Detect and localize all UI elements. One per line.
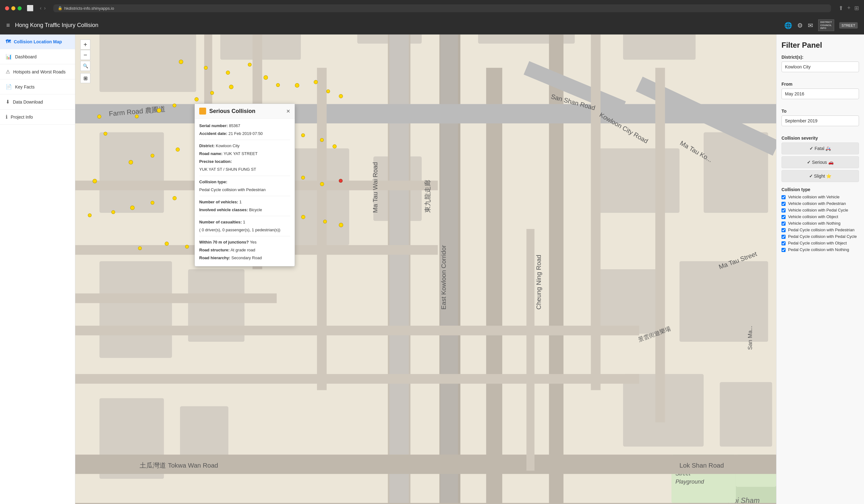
checkbox-vehicle-pedal-cycle[interactable]: [781, 208, 785, 213]
collision-dot[interactable]: [93, 179, 97, 183]
sidebar-item-project-info[interactable]: ℹ Project Info: [0, 109, 75, 124]
collision-dot[interactable]: [97, 115, 101, 119]
collision-dot[interactable]: [111, 210, 115, 214]
collision-dot[interactable]: [320, 138, 324, 142]
svg-rect-47: [656, 68, 665, 422]
from-select[interactable]: May 2016: [781, 88, 859, 99]
collision-dot[interactable]: [204, 66, 208, 70]
hamburger-icon[interactable]: ≡: [6, 22, 10, 29]
label-vehicle-vehicle: Vehicle collision with Vehicle: [788, 194, 840, 199]
collision-dot[interactable]: [301, 176, 305, 180]
sidebar-item-collision-map[interactable]: 🗺 Collision Location Map: [0, 35, 75, 49]
svg-text:東九龍走廊: 東九龍走廊: [424, 180, 431, 213]
back-icon[interactable]: ‹: [40, 5, 41, 11]
checkbox-vehicle-nothing[interactable]: [781, 221, 785, 226]
close-button[interactable]: [5, 6, 9, 10]
collision-dot[interactable]: [157, 108, 161, 113]
collision-dot[interactable]: [172, 104, 176, 107]
to-filter-section: To September 2019: [781, 109, 859, 131]
sidebar-label-dashboard: Dashboard: [15, 54, 37, 59]
search-map-button[interactable]: 🔍: [80, 61, 91, 71]
filter-panel-title: Filter Panel: [781, 41, 859, 50]
collision-dot[interactable]: [185, 245, 189, 249]
collision-dot[interactable]: [326, 89, 330, 93]
checkbox-pedal-pedestrian[interactable]: [781, 228, 785, 232]
slight-label: Slight ⭐: [814, 173, 832, 179]
popup-close-button[interactable]: ✕: [286, 108, 290, 114]
collision-dot[interactable]: [314, 80, 318, 84]
collision-dot[interactable]: [301, 133, 305, 137]
collision-dot[interactable]: [226, 71, 230, 75]
sidebar-item-key-facts[interactable]: 📄 Key Facts: [0, 80, 75, 95]
collision-dot[interactable]: [172, 196, 177, 200]
street-view-button[interactable]: STREET: [839, 22, 858, 28]
collision-dot[interactable]: [194, 97, 199, 101]
svg-text:土瓜灣道 Tokwa Wan Road: 土瓜灣道 Tokwa Wan Road: [140, 461, 218, 469]
checkbox-vehicle-vehicle[interactable]: [781, 195, 785, 199]
collision-dot[interactable]: [151, 201, 154, 205]
svg-rect-18: [680, 261, 768, 342]
checkbox-pedal-pedal[interactable]: [781, 235, 785, 239]
district-label: District(s):: [781, 55, 859, 60]
collision-dot[interactable]: [229, 85, 233, 89]
collision-dot[interactable]: [333, 144, 337, 148]
collision-dot[interactable]: [320, 182, 324, 186]
sidebar-item-hotspots[interactable]: ⚠ Hotspots and Worst Roads: [0, 64, 75, 80]
email-icon[interactable]: ✉: [808, 22, 813, 29]
sidebar-item-dashboard[interactable]: 📊 Dashboard: [0, 49, 75, 64]
checkbox-vehicle-object[interactable]: [781, 215, 785, 219]
collision-dot[interactable]: [323, 220, 327, 224]
collision-dot[interactable]: [276, 83, 280, 87]
sidebar-item-data-download[interactable]: ⬇ Data Download: [0, 95, 75, 109]
fatal-severity-button[interactable]: ✓ Fatal 🚑: [781, 143, 859, 154]
fatal-label: Fatal 🚑: [814, 146, 831, 151]
collision-dot[interactable]: [248, 63, 252, 67]
checkbox-pedal-nothing[interactable]: [781, 248, 785, 252]
collision-dot[interactable]: [138, 247, 142, 250]
forward-icon[interactable]: ›: [44, 5, 46, 11]
checkbox-vehicle-pedestrian[interactable]: [781, 202, 785, 206]
collision-dot[interactable]: [130, 206, 135, 210]
precise-location-value: YUK YAT ST / SHUN FUNG ST: [199, 166, 290, 173]
globe-icon[interactable]: 🌐: [784, 22, 792, 29]
share-icon[interactable]: ⬆: [839, 5, 843, 12]
to-select[interactable]: September 2019: [781, 116, 859, 126]
collision-type-vehicle-vehicle: Vehicle collision with Vehicle: [781, 194, 859, 199]
new-tab-icon[interactable]: +: [847, 5, 851, 12]
precise-location-label: Precise location:: [199, 158, 290, 165]
layers-button[interactable]: ⊞: [80, 73, 91, 83]
address-bar[interactable]: 🔒 hkdistricts-info.shinyapps.io: [53, 4, 831, 12]
collision-dot[interactable]: [151, 154, 154, 157]
svg-rect-33: [486, 68, 502, 504]
info-icon: ℹ: [5, 114, 8, 120]
collision-dot[interactable]: [88, 213, 92, 217]
github-icon[interactable]: ⚙: [797, 22, 803, 29]
collision-dot-serious[interactable]: [339, 179, 343, 183]
zoom-in-button[interactable]: +: [80, 39, 91, 50]
collision-dot[interactable]: [339, 94, 343, 98]
collision-dot[interactable]: [129, 160, 133, 165]
collision-dot[interactable]: [210, 91, 214, 95]
collision-dot[interactable]: [135, 115, 139, 118]
map-container[interactable]: Hoi Sham Park King Wan Street Playground: [75, 35, 776, 504]
serious-severity-button[interactable]: ✓ Serious 🚗: [781, 156, 859, 168]
collision-dot[interactable]: [176, 147, 180, 152]
popup-header: Serious Collision ✕: [195, 104, 295, 119]
map-controls: + − 🔍 ⊞: [80, 39, 91, 83]
collision-dot[interactable]: [301, 215, 305, 219]
collision-dot[interactable]: [165, 242, 169, 246]
collision-dot[interactable]: [339, 223, 343, 227]
district-select[interactable]: Kowloon City: [781, 61, 859, 72]
zoom-out-button[interactable]: −: [80, 50, 91, 60]
label-vehicle-object: Vehicle collision with Object: [788, 214, 838, 219]
collision-dot[interactable]: [295, 83, 299, 87]
grid-icon[interactable]: ⊞: [854, 5, 859, 12]
checkbox-pedal-object[interactable]: [781, 241, 785, 245]
slight-severity-button[interactable]: ✓ Slight ⭐: [781, 170, 859, 182]
minimize-button[interactable]: [11, 6, 15, 10]
maximize-button[interactable]: [17, 6, 22, 10]
collision-dot[interactable]: [179, 60, 183, 64]
collision-dot[interactable]: [104, 132, 107, 135]
sidebar-toggle-icon[interactable]: ⬜: [27, 5, 34, 12]
collision-dot[interactable]: [264, 75, 268, 80]
